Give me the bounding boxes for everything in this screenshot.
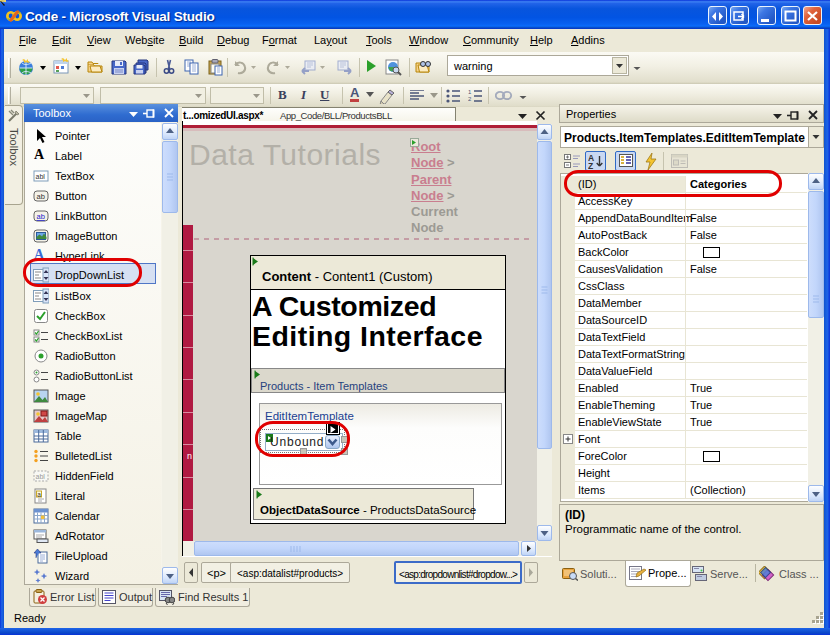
svg-text:Z: Z [588, 161, 593, 170]
svg-text:abl: abl [36, 473, 46, 480]
svg-text:1: 1 [468, 89, 472, 95]
svg-text:ab: ab [37, 192, 45, 201]
svg-text:ab: ab [37, 212, 45, 221]
svg-text:a: a [37, 491, 41, 498]
svg-text:2: 2 [468, 96, 472, 102]
svg-text:abl: abl [36, 173, 46, 180]
